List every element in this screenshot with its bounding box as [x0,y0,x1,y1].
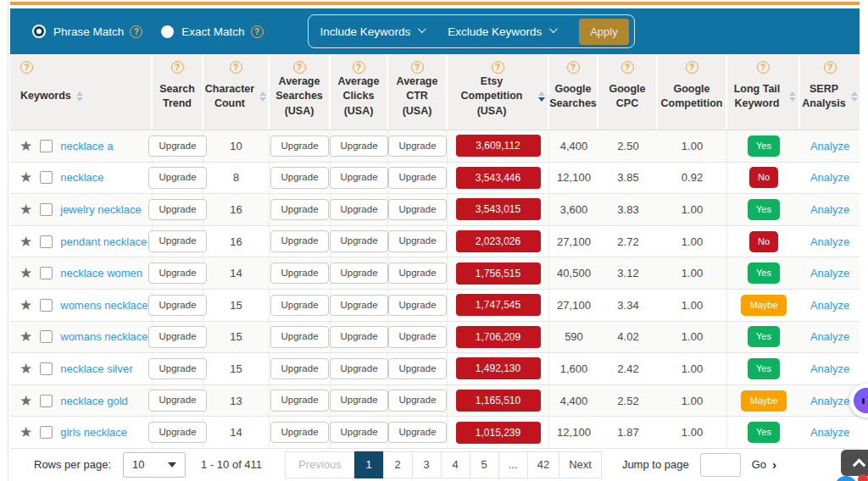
analyze-link[interactable]: Analyze [810,395,849,407]
upgrade-button[interactable]: Upgrade [330,263,387,285]
question-mark-icon[interactable]: ? [353,61,365,74]
analyze-link[interactable]: Analyze [810,362,849,375]
upgrade-button[interactable]: Upgrade [330,167,387,189]
keyword-link[interactable]: necklace a [60,140,113,152]
question-mark-icon[interactable]: ? [757,61,770,74]
upgrade-button[interactable]: Upgrade [148,199,206,221]
keyword-link[interactable]: necklace gold [60,395,128,407]
phrase-match-radio[interactable]: Phrase Match ? [32,25,142,38]
question-mark-icon[interactable]: ? [251,25,264,38]
upgrade-button[interactable]: Upgrade [388,358,446,380]
keyword-link[interactable]: pendant necklace [60,235,147,248]
row-checkbox[interactable] [40,267,53,279]
row-checkbox[interactable] [40,171,53,184]
analyze-link[interactable]: Analyze [810,140,849,152]
upgrade-button[interactable]: Upgrade [388,390,446,412]
row-checkbox[interactable] [40,299,53,312]
question-mark-icon[interactable]: ? [20,61,33,74]
upgrade-button[interactable]: Upgrade [388,230,446,252]
star-icon[interactable]: ★ [19,329,32,344]
question-mark-icon[interactable]: ? [567,61,580,74]
upgrade-button[interactable]: Upgrade [388,199,446,221]
page-button-2[interactable]: 2 [383,451,413,478]
upgrade-button[interactable]: Upgrade [148,167,206,189]
question-mark-icon[interactable]: ? [411,61,424,74]
analyze-link[interactable]: Analyze [810,203,849,216]
question-mark-icon[interactable]: ? [171,61,184,74]
page-button-4[interactable]: 4 [441,451,470,478]
page-button-5[interactable]: 5 [470,451,499,478]
include-keywords-dropdown[interactable]: Include Keywords [320,25,425,38]
star-icon[interactable]: ★ [19,202,32,217]
upgrade-button[interactable]: Upgrade [388,167,446,189]
apply-button[interactable]: Apply [579,19,629,45]
analyze-link[interactable]: Analyze [810,299,849,312]
question-mark-icon[interactable]: ? [824,61,837,74]
keyword-link[interactable]: womans necklace [60,330,147,343]
keyword-link[interactable]: necklace women [60,267,142,279]
upgrade-button[interactable]: Upgrade [330,135,387,158]
star-icon[interactable]: ★ [19,139,32,153]
question-mark-icon[interactable]: ? [293,61,306,74]
upgrade-button[interactable]: Upgrade [330,326,387,348]
sort-arrows-icon[interactable] [851,91,858,102]
row-checkbox[interactable] [40,395,53,407]
question-mark-icon[interactable]: ? [686,61,698,74]
row-checkbox[interactable] [40,362,53,375]
upgrade-button[interactable]: Upgrade [330,358,387,380]
star-icon[interactable]: ★ [19,298,32,312]
radio-unselected-icon[interactable] [161,25,174,38]
page-button-42[interactable]: 42 [527,451,559,478]
star-icon[interactable]: ★ [19,266,32,280]
upgrade-button[interactable]: Upgrade [330,390,387,412]
upgrade-button[interactable]: Upgrade [270,230,328,252]
upgrade-button[interactable]: Upgrade [270,326,328,348]
upgrade-button[interactable]: Upgrade [270,390,328,412]
column-header-character-count[interactable]: ?Character Count [203,54,270,130]
previous-page-button[interactable]: Previous [285,451,355,478]
row-checkbox[interactable] [40,235,53,248]
question-mark-icon[interactable]: ? [230,61,242,74]
upgrade-button[interactable]: Upgrade [148,295,206,317]
sort-arrows-icon[interactable] [259,91,266,102]
upgrade-button[interactable]: Upgrade [388,263,446,285]
question-mark-icon[interactable]: ? [492,61,504,74]
question-mark-icon[interactable]: ? [130,25,142,38]
upgrade-button[interactable]: Upgrade [330,295,387,317]
page-button-1[interactable]: 1 [354,451,384,478]
star-icon[interactable]: ★ [19,394,32,408]
keyword-link[interactable]: necklace silver [60,362,132,375]
upgrade-button[interactable]: Upgrade [270,358,328,380]
upgrade-button[interactable]: Upgrade [148,390,206,412]
analyze-link[interactable]: Analyze [810,235,849,248]
column-header-etsy-competition-usa-[interactable]: ?Etsy Competition (USA) [448,54,549,130]
upgrade-button[interactable]: Upgrade [148,135,206,158]
exclude-keywords-dropdown[interactable]: Exclude Keywords [448,25,555,38]
star-icon[interactable]: ★ [19,362,32,376]
upgrade-button[interactable]: Upgrade [270,135,328,158]
go-button[interactable]: Go › [752,457,776,472]
exact-match-radio[interactable]: Exact Match ? [161,25,263,38]
upgrade-button[interactable]: Upgrade [148,358,206,380]
upgrade-button[interactable]: Upgrade [270,422,328,444]
upgrade-button[interactable]: Upgrade [270,199,328,221]
upgrade-button[interactable]: Upgrade [148,422,206,444]
analyze-link[interactable]: Analyze [810,171,849,184]
upgrade-button[interactable]: Upgrade [270,167,328,189]
page-button-3[interactable]: 3 [412,451,442,478]
rows-per-page-select[interactable]: 10 [123,452,186,478]
keyword-link[interactable]: womens necklace [60,299,147,312]
upgrade-button[interactable]: Upgrade [388,135,446,158]
analyze-link[interactable]: Analyze [810,426,849,439]
upgrade-button[interactable]: Upgrade [148,326,206,348]
scroll-to-top-button[interactable] [841,450,868,476]
sort-arrows-icon[interactable] [789,91,796,102]
upgrade-button[interactable]: Upgrade [148,263,206,285]
jump-to-page-input[interactable] [700,453,741,477]
upgrade-button[interactable]: Upgrade [388,295,446,317]
next-page-button[interactable]: Next [559,451,602,478]
star-icon[interactable]: ★ [19,235,32,249]
question-mark-icon[interactable]: ? [621,61,634,74]
star-icon[interactable]: ★ [19,170,32,185]
radio-selected-icon[interactable] [34,26,44,36]
